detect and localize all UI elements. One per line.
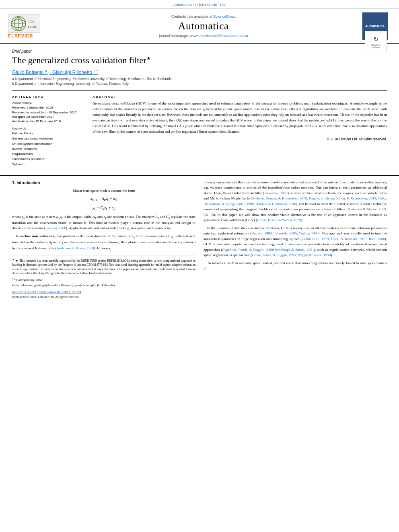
article-title: The generalized cross validation filter★: [12, 55, 361, 66]
divider: [12, 90, 387, 91]
keyword-6: Smoothness parameter: [12, 157, 84, 162]
keywords-section: Keywords: Kalman filtering Generalized c…: [12, 127, 84, 167]
article-meta-section: ARTICLE INFO Article history: Received 1…: [12, 95, 387, 167]
keyword-2: Generalized cross-validation: [12, 136, 84, 142]
brief-paper-label: Brief paper: [12, 49, 387, 53]
article-info-col: ARTICLE INFO Article history: Received 1…: [12, 95, 84, 167]
svg-text:EVIER: EVIER: [28, 25, 36, 29]
copyright-line: © 2018 Elsevier Ltd. All rights reserved…: [93, 137, 387, 141]
keyword-4: Inverse problems: [12, 147, 84, 152]
abstract-col: ABSTRACT Generalized cross validation (G…: [93, 95, 387, 167]
ref-bertero[interactable]: Bertero, 1989: [251, 231, 271, 235]
sciencedirect-link[interactable]: ScienceDirect: [214, 14, 236, 18]
ref-rice-1986[interactable]: Rice, 1986: [369, 237, 385, 241]
body-col-left: 1. Introduction Linear state space model…: [12, 180, 195, 300]
main-body: 1. Introduction Linear state space model…: [0, 175, 399, 308]
ref-evgeniou[interactable]: Evgeniou, Pontil, & Poggio, 2000: [222, 248, 273, 252]
page: Automatica 90 (2018) 130–137 ELS EVIER: [0, 0, 399, 532]
footnote-section: ★ ★ This research has been partially sup…: [12, 255, 195, 288]
ref-kalman-1960[interactable]: Kalman, 1960: [45, 226, 66, 230]
journal-homepage: journal homepage: www.elsevier.com/locat…: [159, 34, 248, 38]
elsevier-logo: ELS EVIER ELSEVIER: [8, 14, 40, 38]
sciencedirect-line: Contents lists available at ScienceDirec…: [171, 14, 236, 18]
doi-link[interactable]: https://doi.org/10.1016/j.automatica.201…: [12, 290, 81, 294]
footnote-email: E-mail addresses: g.bottegal@tue.nl (G. …: [12, 283, 195, 288]
article-content: Brief paper The generalized cross valida…: [0, 44, 399, 175]
ref-andrieu[interactable]: Andrieu, Doucet, & Holenstein, 2010: [252, 196, 306, 200]
received-date: Received 1 September 2016: [12, 105, 84, 110]
abstract-label: ABSTRACT: [93, 95, 387, 99]
affiliation-a: a Department of Electrical Engineering, …: [12, 77, 361, 81]
svg-text:ELS: ELS: [29, 20, 34, 24]
ref-jazwinski[interactable]: Jazwinski, 1970: [264, 191, 288, 195]
keywords-label: Keywords:: [12, 127, 84, 130]
abstract-text: Generalized cross validation (GCV) is on…: [93, 101, 387, 135]
homepage-link[interactable]: www.elsevier.com/locate/automatica: [190, 34, 248, 38]
revised-date: Received in revised form 19 September 20…: [12, 110, 84, 115]
author-pillonetto[interactable]: , Gianluigi Pillonetto b,*: [49, 70, 98, 75]
ref-wahba[interactable]: Wahba, 1990: [299, 231, 318, 235]
journal-volume-link[interactable]: Automatica 90 (2018) 130–137: [173, 2, 226, 7]
issn-line: 0005-1098/© 2018 Elsevier Ltd. All right…: [12, 295, 195, 299]
journal-title: Automatica: [178, 20, 229, 32]
intro-para-1: where xk is the state at instant k, yk i…: [12, 214, 195, 231]
doi-line: https://doi.org/10.1016/j.automatica.201…: [12, 290, 195, 295]
ref-girosi-jones-poggio[interactable]: Girosi, Jones, & Poggio, 1995: [252, 253, 296, 257]
equation-2: yk = Ckxk + ek: [12, 205, 195, 212]
available-date: Available online 15 February 2018: [12, 119, 84, 123]
equation-1: xk+1 = Akxk + ωk: [12, 196, 195, 203]
right-para-1: in many circumstances there can be unkno…: [204, 180, 387, 223]
journal-header: ELS EVIER ELSEVIER Contents lists availa…: [0, 9, 399, 44]
ref-poggio-girosi[interactable]: Poggio & Girosi, 1990: [298, 253, 331, 257]
keyword-5: Regularization: [12, 152, 84, 157]
check-for-updates-badge: ↻ Check forupdates: [365, 31, 387, 53]
section-1-heading: 1. Introduction: [12, 180, 195, 186]
right-para-2: In the literature of statistics and inve…: [204, 226, 387, 258]
right-para-3: To introduce GCV in our state space cont…: [204, 261, 387, 271]
article-history: Article history: Received 1 September 20…: [12, 101, 84, 123]
body-col-right: in many circumstances there can be unkno…: [204, 180, 387, 300]
ref-golub-1979[interactable]: Golub et al., 1979: [302, 237, 329, 241]
footnote-corresponding: * * Corresponding author.: [12, 277, 195, 282]
elsevier-text: ELSEVIER: [8, 33, 33, 38]
footnote-star: ★ ★ This research has been partially sup…: [12, 258, 195, 276]
ref-frigola[interactable]: Frigola, Lindsten, Schon, & Rasmussen, 2…: [309, 196, 376, 200]
authors: Giulio Bottegal a, , Gianluigi Pillonett…: [12, 69, 361, 75]
article-info-label: ARTICLE INFO: [12, 95, 84, 99]
accepted-date: Accepted 28 November 2017: [12, 115, 84, 119]
ref-anderson-moore-1979[interactable]: Anderson & Moore, 1979: [57, 246, 94, 250]
elsevier-logo-section: ELS EVIER ELSEVIER: [8, 12, 48, 40]
affiliation-b: b Department of Information Engineering,…: [12, 82, 361, 86]
author-bottegal[interactable]: Giulio Bottegal a: [12, 70, 47, 75]
history-label: Article history:: [12, 101, 84, 105]
keyword-7: Splines: [12, 162, 84, 167]
ref-hoerl-kennard[interactable]: Hoerl & Kennard, 1970: [331, 237, 366, 241]
ref-tarantola[interactable]: Tarantola, 2005: [274, 231, 297, 235]
top-bar: Automatica 90 (2018) 130–137: [0, 0, 399, 9]
ref-scholkopf[interactable]: Schölkopf & Smola, 2001: [275, 248, 314, 252]
intro-center-text: Linear state space models assume the for…: [12, 188, 195, 194]
journal-header-center: Contents lists available at ScienceDirec…: [52, 12, 355, 40]
body-columns: 1. Introduction Linear state space model…: [12, 180, 387, 300]
title-superscript: ★: [146, 55, 151, 61]
keyword-1: Kalman filtering: [12, 131, 84, 136]
ref-golub-heath-wahba[interactable]: Golub, Heath, & Wahba, 1979: [257, 218, 301, 222]
ref-anderson-moore-ch10[interactable]: Anderson & Moore, 1979, Ch. 10: [204, 207, 387, 217]
intro-para-2: In on-line state estimation, the problem…: [12, 234, 195, 251]
keyword-3: On-line system identification: [12, 142, 84, 147]
ref-ninness[interactable]: Ninness & Henriksen, 2010: [256, 202, 296, 206]
elsevier-graphic: ELS EVIER: [8, 14, 40, 33]
